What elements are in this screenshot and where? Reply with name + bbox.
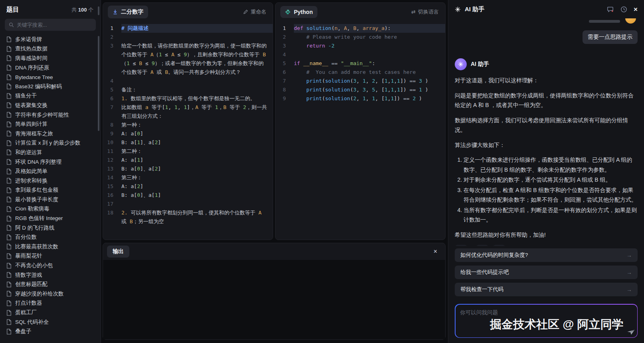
document-icon: [6, 225, 12, 231]
problem-list-item[interactable]: 暴雨梨花针: [0, 252, 101, 261]
editor-line: 9A: a[0]: [103, 129, 273, 138]
problem-list-item[interactable]: 百分位数: [0, 232, 101, 242]
document-icon: [6, 244, 12, 250]
editor-line: 8第一种：: [103, 121, 273, 129]
problem-title: 和的逆运算: [15, 149, 42, 156]
tab-problem-description[interactable]: 二分数字: [108, 6, 148, 18]
tab-label: Python: [294, 9, 313, 15]
line-number: 14: [103, 173, 121, 182]
problem-list-item[interactable]: 病毒感染时间: [0, 54, 101, 63]
problem-list-item[interactable]: 阿 D 的飞行路线: [0, 223, 101, 233]
suggested-question-button[interactable]: 如何优化代码的时间复杂度?→: [455, 248, 638, 262]
line-number: 5: [275, 59, 294, 68]
document-icon: [6, 159, 12, 165]
problem-list-item[interactable]: 猜数字游戏: [0, 270, 101, 280]
search-input[interactable]: [17, 22, 92, 28]
close-output-icon[interactable]: ×: [434, 248, 437, 255]
problem-list-item[interactable]: 查找热点数据: [0, 44, 101, 54]
problem-list-item[interactable]: 简单四则计算: [0, 119, 101, 129]
problem-list-item[interactable]: 蛋糕工厂: [0, 308, 101, 317]
problem-list-item[interactable]: 小数和贩卖: [0, 336, 101, 338]
code-editor[interactable]: 1def solution(n, A, B, array_a):2 # Plea…: [275, 21, 445, 240]
line-number: 18: [103, 208, 121, 226]
line-content: 给定一个数组，请你把数组里的数字分为两组，使一组数字和的个位数等于 A（1 ≤ …: [121, 42, 273, 77]
problem-title: 创意标题匹配: [15, 281, 48, 288]
editor-line: 7比如数组 a 等于[1, 1, 1]，A 等于 1，B 等于 2，则一共有三组…: [103, 103, 273, 121]
rename-button[interactable]: 重命名: [243, 8, 266, 16]
document-icon: [6, 272, 12, 278]
document-icon: [6, 178, 12, 184]
line-number: 8: [103, 121, 121, 129]
line-content: [121, 77, 273, 85]
line-content: 第一种：: [121, 121, 273, 129]
problem-list-item[interactable]: SQL 代码补全: [0, 317, 101, 327]
line-content: A: a[2]: [121, 182, 273, 191]
problem-list-item[interactable]: 比赛最高获胜次数: [0, 242, 101, 252]
sidebar-scrollbar-thumb-top[interactable]: [98, 6, 99, 15]
algorithm-step: 当所有数字都分配完毕后，判断是否是一种有效的划分方式，如果是则计数加一。: [464, 205, 638, 225]
description-editor[interactable]: 1# 问题描述23给定一个数组，请你把数组里的数字分为两组，使一组数字和的个位数…: [103, 21, 273, 240]
problem-list-item[interactable]: 拿到最多红包金额: [0, 186, 101, 195]
problem-list-item[interactable]: 叠盘子: [0, 327, 101, 336]
regenerate-button[interactable]: [455, 245, 468, 246]
suggestion-label: 如何优化代码的时间复杂度?: [460, 252, 528, 259]
search-box[interactable]: [5, 19, 96, 31]
sidebar-scrollbar-thumb[interactable]: [98, 36, 99, 131]
problem-list-item[interactable]: 创意标题匹配: [0, 280, 101, 289]
problem-list-item[interactable]: 进制求和转换: [0, 176, 101, 186]
new-chat-icon[interactable]: [606, 6, 614, 13]
problem-list-item[interactable]: 打点计数器: [0, 299, 101, 308]
editor-line: 5备注：: [103, 85, 273, 94]
problem-list-item[interactable]: 计算位置 x 到 y 的最少步数: [0, 139, 101, 148]
problem-list-item[interactable]: 环状 DNA 序列整理: [0, 157, 101, 167]
suggested-question-button[interactable]: 帮我检查一下代码→: [455, 283, 638, 296]
description-panel-header: 二分数字 重命名: [103, 3, 273, 21]
document-icon: [6, 74, 12, 80]
problem-list-item[interactable]: Base32 编码和解码: [0, 82, 101, 91]
suggested-question-button[interactable]: 给我一些代码提示吧→: [455, 266, 638, 279]
tab-language-python[interactable]: Python: [280, 6, 317, 18]
document-icon: [6, 36, 12, 42]
swap-icon: ⇄: [411, 9, 416, 15]
document-icon: [6, 253, 12, 259]
editor-line: 11第二种：: [103, 147, 273, 156]
history-clock-icon[interactable]: [620, 6, 628, 13]
problem-list-item[interactable]: 多米诺骨牌: [0, 35, 101, 44]
problem-list-item[interactable]: 不再贪心的小包: [0, 261, 101, 270]
assistant-paragraph: 问题是要把给定数组的数字分成两组，使得两组数字和的个位数分别符合给定的 A 和 …: [455, 91, 638, 110]
algorithm-step: 在每次分配后，检查 A 组和 B 组数字和的个位数是否符合要求，如果符合则继续分…: [464, 185, 638, 205]
thumbs-up-button[interactable]: [476, 245, 489, 246]
problem-list-item[interactable]: RGB 色值转 Integer: [0, 214, 101, 223]
problem-list-item[interactable]: 链表聚集交换: [0, 101, 101, 110]
sidebar-header: 题目 共 100 个: [0, 5, 101, 18]
line-number: 9: [275, 94, 294, 103]
switch-language-button[interactable]: ⇄ 切换语言: [411, 8, 439, 16]
problem-list-item[interactable]: 及格如此简单: [0, 167, 101, 176]
document-icon: [6, 93, 12, 99]
problem-list-item[interactable]: 最小替换子串长度: [0, 195, 101, 204]
problem-list-item[interactable]: DNA 序列还原: [0, 63, 101, 73]
line-number: 3: [275, 42, 294, 50]
line-number: 15: [103, 182, 121, 191]
problem-list-item[interactable]: 字符串有多少种可能性: [0, 110, 101, 120]
pencil-icon: [243, 9, 248, 14]
problem-title: 多米诺骨牌: [15, 36, 42, 43]
send-icon[interactable]: [625, 326, 636, 337]
editor-line: 5if __name__ == "__main__":: [275, 59, 445, 68]
chat-input[interactable]: 你可以问我问题 掘金技术社区 @ 阿立同学: [456, 305, 637, 337]
editors-row: 二分数字 重命名 1# 问题描述23给定一个数组，请你把数组里的数字分为两组，使…: [103, 2, 446, 240]
problem-list-item[interactable]: 穿越沙漠的补给次数: [0, 289, 101, 299]
problem-list-item[interactable]: Cion 勒索病毒: [0, 204, 101, 214]
thumbs-down-button[interactable]: [493, 245, 505, 246]
problem-list-item[interactable]: Bytedance Tree: [0, 72, 101, 82]
editor-line: 3给定一个数组，请你把数组里的数字分为两组，使一组数字和的个位数等于 A（1 ≤…: [103, 42, 273, 77]
close-panel-icon[interactable]: ×: [634, 6, 638, 13]
problem-list-item[interactable]: 青海湖租车之旅: [0, 129, 101, 139]
document-icon: [6, 187, 12, 193]
line-content: B: a[0]、a[2]: [121, 165, 273, 173]
problem-list-item[interactable]: 猫鱼分干: [0, 91, 101, 101]
tab-output[interactable]: 输出: [107, 246, 129, 258]
problem-count: 共 100 个: [71, 6, 93, 14]
problem-list-item[interactable]: 和的逆运算: [0, 148, 101, 157]
document-icon: [6, 46, 12, 52]
